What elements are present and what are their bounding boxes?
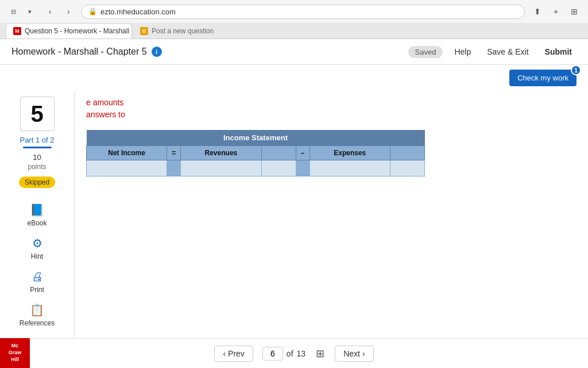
next-chevron-icon: › [362, 349, 365, 358]
equals-cell [167, 160, 181, 177]
forward-btn[interactable]: › [60, 3, 76, 20]
expenses-sub-input[interactable] [394, 164, 421, 173]
nav-controls: ‹ › [42, 3, 76, 20]
print-button[interactable]: 🖨 Print [14, 265, 60, 297]
check-work-button[interactable]: Check my work 1 [509, 70, 577, 86]
app-header: Homework - Marshall - Chapter 5 i Saved … [0, 39, 588, 65]
lock-icon: 🔒 [88, 7, 97, 16]
mcgraw-hill-logo: McGrawHill [0, 338, 30, 368]
expenses-cell[interactable] [310, 160, 390, 177]
income-statement-table-container: Income Statement Net Income = Revenues –… [86, 130, 577, 177]
expenses-sub-cell[interactable] [390, 160, 424, 177]
logo-text: McGrawHill [9, 343, 22, 363]
ebook-button[interactable]: 📘 eBook [14, 198, 60, 231]
points-value: 10 [0, 153, 74, 162]
part-underline [23, 147, 52, 148]
main-content: 5 Part 1 of 2 10 points Skipped 📘 eBook … [0, 91, 588, 366]
empty-header2 [390, 146, 424, 160]
window-controls: ⊟ ▾ [6, 4, 37, 19]
expenses-input[interactable] [314, 164, 386, 173]
saved-badge: Saved [408, 46, 443, 58]
prev-button[interactable]: ‹ Prev [214, 346, 253, 362]
table-data-row [87, 160, 425, 177]
revenues-sub-cell[interactable] [261, 160, 296, 177]
references-button[interactable]: 📋 References [14, 298, 60, 331]
grid-btn[interactable]: ⊞ [566, 3, 582, 20]
window-control-btn[interactable]: ⊟ [6, 4, 21, 19]
save-exit-button[interactable]: Save & Exit [482, 45, 533, 59]
browser-action-buttons: ⬆ + ⊞ [529, 3, 582, 20]
hint-button[interactable]: ⚙ Hint [14, 232, 60, 264]
points-label: points [0, 163, 74, 171]
ebook-icon: 📘 [29, 202, 45, 218]
question-instruction: e amounts answers to [86, 97, 577, 121]
instruction-line2: answers to [86, 109, 577, 121]
submit-button[interactable]: Submit [540, 45, 577, 59]
tab-favicon-m: M [13, 27, 21, 35]
total-pages: 13 [297, 349, 306, 358]
table-title: Income Statement [87, 130, 425, 146]
back-btn[interactable]: ‹ [42, 3, 58, 20]
print-icon: 🖨 [29, 269, 45, 285]
browser-chrome: ⊟ ▾ ‹ › 🔒 ezto.mheducation.com ⬆ + ⊞ M Q… [0, 0, 588, 39]
revenues-cell[interactable] [181, 160, 261, 177]
operator-minus: – [296, 146, 310, 160]
check-work-badge: 1 [571, 65, 581, 75]
minus-cell [296, 160, 310, 177]
other-tab[interactable]: G Post a new question [133, 24, 220, 39]
page-input-container: of 13 [262, 347, 305, 361]
question-number: 5 [20, 97, 55, 131]
tab-favicon-g: G [140, 27, 148, 35]
col-expenses-header: Expenses [310, 146, 390, 160]
revenues-sub-input[interactable] [265, 164, 292, 173]
window-control-btn[interactable]: ▾ [22, 4, 37, 19]
prev-chevron-icon: ‹ [223, 349, 226, 358]
instruction-line1: e amounts [86, 97, 577, 109]
question-content: e amounts answers to Income Statement Ne… [75, 91, 588, 366]
browser-tabs: M Question 5 - Homework - Marshall - Cha… [0, 23, 588, 39]
empty-header [261, 146, 296, 160]
active-tab[interactable]: M Question 5 - Homework - Marshall - Cha… [6, 23, 132, 39]
left-sidebar: 5 Part 1 of 2 10 points Skipped 📘 eBook … [0, 91, 75, 366]
net-income-cell[interactable] [87, 160, 167, 177]
income-statement-table: Income Statement Net Income = Revenues –… [86, 130, 425, 177]
sidebar-tools: 📘 eBook ⚙ Hint 🖨 Print 📋 References [0, 198, 74, 331]
col-net-income-header: Net Income [87, 146, 167, 160]
address-text: ezto.mheducation.com [100, 7, 176, 16]
next-button[interactable]: Next › [335, 346, 373, 362]
page-number-input[interactable] [262, 347, 283, 361]
table-subheader-row: Net Income = Revenues – Expenses [87, 146, 425, 160]
footer-navigation: McGrawHill ‹ Prev of 13 ⊞ Next › [0, 338, 588, 368]
revenues-input[interactable] [184, 164, 257, 173]
net-income-input[interactable] [90, 164, 163, 173]
help-button[interactable]: Help [450, 45, 475, 59]
check-work-label: Check my work [517, 74, 568, 82]
operator-equals: = [167, 146, 181, 160]
page-title: Homework - Marshall - Chapter 5 [11, 47, 147, 57]
hint-label: Hint [31, 252, 43, 260]
prev-label: Prev [228, 349, 245, 358]
active-tab-label: Question 5 - Homework - Marshall - Chapt… [25, 27, 132, 35]
next-label: Next [343, 349, 360, 358]
of-label: of [287, 349, 293, 358]
skipped-badge: Skipped [19, 177, 55, 188]
print-label: Print [30, 286, 44, 294]
col-revenues-header: Revenues [181, 146, 261, 160]
header-title-container: Homework - Marshall - Chapter 5 i [11, 47, 401, 57]
address-bar[interactable]: 🔒 ezto.mheducation.com [81, 5, 525, 19]
grid-view-button[interactable]: ⊞ [315, 346, 326, 361]
browser-toolbar: ⊟ ▾ ‹ › 🔒 ezto.mheducation.com ⬆ + ⊞ [0, 0, 588, 23]
check-work-container: Check my work 1 [0, 65, 588, 91]
table-header-row: Income Statement [87, 130, 425, 146]
part-label: Part 1 of 2 [0, 136, 74, 144]
hint-icon: ⚙ [29, 235, 45, 251]
share-btn[interactable]: ⬆ [529, 3, 546, 20]
new-tab-btn[interactable]: + [548, 3, 564, 20]
other-tab-label: Post a new question [152, 27, 214, 35]
ebook-label: eBook [27, 219, 47, 227]
info-icon[interactable]: i [152, 47, 162, 57]
references-icon: 📋 [29, 302, 45, 318]
references-label: References [20, 319, 55, 327]
